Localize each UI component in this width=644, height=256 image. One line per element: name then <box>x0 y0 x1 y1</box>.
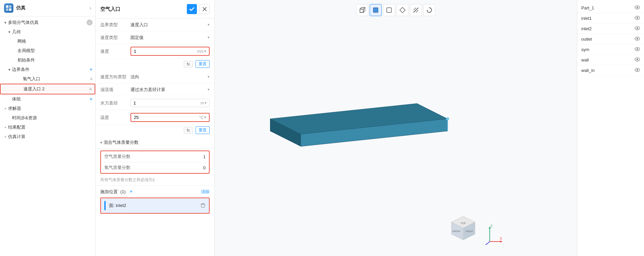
air-mass-label: 空气质量分数 <box>104 154 203 160</box>
velocity-dir-select[interactable]: 法向 ▾ <box>130 74 210 80</box>
add-icon-body-group[interactable]: + <box>90 96 93 102</box>
apply-location-header: 施加位置 (1) + 清除 <box>100 188 210 195</box>
tree-item-results-config[interactable]: + 结果配置 <box>0 123 95 132</box>
apply-clear-button[interactable]: 清除 <box>201 189 210 195</box>
tree-item-multi-fluid[interactable]: ▼ 多组分气体仿真 i <box>0 18 95 27</box>
svg-rect-17 <box>387 8 391 12</box>
velocity-type-select[interactable]: 固定值 ▾ <box>130 35 210 41</box>
view-cube-button[interactable] <box>356 4 368 16</box>
tree-item-time-resources[interactable]: 时间步&资源 <box>0 113 95 123</box>
visibility-icon-wall[interactable] <box>635 57 640 62</box>
tree-item-sim-calc[interactable]: + 仿真计算 <box>0 132 95 141</box>
fx-row-2: fx 重置 <box>96 125 214 137</box>
tree-label-mesh: 网格 <box>17 38 93 44</box>
tree-item-solver[interactable]: + 求解器 <box>0 104 95 113</box>
air-mass-value[interactable]: 1 <box>203 154 206 159</box>
temperature-input-value[interactable]: 25 <box>134 115 198 120</box>
svg-text:TOP: TOP <box>461 222 466 225</box>
clip-button[interactable] <box>410 4 422 16</box>
tree-item-velocity-inlet-2[interactable]: 速度入口 2 ≡ <box>0 84 95 94</box>
velocity-type-label: 速度类型 <box>100 35 130 41</box>
right-layer-panel: Part_1 inlet1 inlet2 outlet sym <box>577 0 644 256</box>
sidebar-title: 仿真 <box>16 5 87 11</box>
close-button[interactable] <box>200 4 210 14</box>
svg-text:X: X <box>500 237 502 241</box>
velocity-type-row: 速度类型 固定值 ▾ <box>96 31 214 44</box>
boundary-type-label: 边界类型 <box>100 22 130 28</box>
hydraulic-dia-input[interactable]: 1 m ▾ <box>130 99 210 107</box>
hydrogen-mass-value[interactable]: 0 <box>203 165 206 170</box>
tree-item-initial-conditions[interactable]: 初始条件 <box>0 55 95 65</box>
confirm-button[interactable] <box>187 4 197 14</box>
air-mass-row: 空气质量分数 1 <box>101 151 209 162</box>
tree-label-results-config: 结果配置 <box>8 124 93 130</box>
3d-viewport[interactable]: TOP FRONT RIGHT Z X Y <box>215 0 577 256</box>
tree-item-mesh[interactable]: 网格 <box>0 37 95 46</box>
wireframe-button[interactable] <box>383 4 395 16</box>
fx-button-1[interactable]: fx <box>184 61 193 68</box>
visibility-icon-outlet[interactable] <box>635 36 640 42</box>
svg-point-44 <box>637 7 638 8</box>
panel-title: 空气入口 <box>100 6 184 12</box>
solid-shaded-button[interactable] <box>370 4 382 16</box>
fx-button-2[interactable]: fx <box>184 127 193 134</box>
tree-item-hydrogen-inlet[interactable]: 氢气入口 ≡ <box>0 74 95 84</box>
reset-view-button[interactable] <box>423 4 435 16</box>
tree-label-time-resources: 时间步&资源 <box>12 115 93 121</box>
tree-item-geometry[interactable]: ▼ 几何 <box>0 27 95 37</box>
apply-item-name: 面: inlet2 <box>109 203 200 209</box>
reset-button-1[interactable]: 重置 <box>196 60 210 68</box>
expand-icon-velocity-inlet-2 <box>18 86 23 92</box>
layer-item-sym: sym <box>577 44 644 55</box>
menu-icon-velocity-inlet-2[interactable]: ≡ <box>89 86 92 92</box>
visibility-icon-part1[interactable] <box>635 5 640 10</box>
layer-item-inlet2: inlet2 <box>577 24 644 34</box>
tree-item-boundary-conditions[interactable]: ▼ 边界条件 + <box>0 65 95 74</box>
3d-shape-svg <box>255 74 463 182</box>
temperature-input-container: 25 °C ▾ <box>130 113 210 122</box>
hydraulic-dia-value: 1 <box>133 100 199 105</box>
svg-rect-2 <box>6 8 8 11</box>
mass-fraction-section-title[interactable]: ▾ 混合气体质量分数 <box>96 137 214 148</box>
visibility-icon-wall-in[interactable] <box>635 68 640 73</box>
boundary-type-select[interactable]: 速度入口 ▾ <box>130 22 210 28</box>
surface-button[interactable] <box>396 4 409 16</box>
apply-item-inlet2: 面: inlet2 <box>100 198 210 214</box>
menu-icon-hydrogen-inlet[interactable]: ≡ <box>90 76 93 82</box>
svg-rect-6 <box>201 204 205 207</box>
temperature-label: 温度 <box>100 115 130 121</box>
tree-item-body-group[interactable]: 体组 + <box>0 94 95 104</box>
properties-panel: 空气入口 边界类型 速度入口 ▾ 速度类型 固定值 ▾ 速度 <box>96 0 215 256</box>
apply-add-icon[interactable]: + <box>129 188 132 194</box>
svg-rect-0 <box>6 5 8 8</box>
apply-item-delete-button[interactable] <box>200 203 206 209</box>
svg-text:RIGHT: RIGHT <box>466 230 474 232</box>
orientation-cube: TOP FRONT RIGHT Z X Y <box>448 215 503 246</box>
add-icon-boundary-conditions[interactable]: + <box>90 67 93 73</box>
velocity-input-value[interactable]: 1 <box>134 49 196 54</box>
visibility-icon-sym[interactable] <box>635 47 640 52</box>
left-sidebar: 仿真 › ▼ 多组分气体仿真 i ▼ 几何 网格 全局模型 初始条件 <box>0 0 96 256</box>
velocity-dir-row: 速度方向类型 法向 ▾ <box>96 71 214 83</box>
apply-item-indicator <box>104 201 106 210</box>
turbulence-select[interactable]: 通过水力直径计算 ▾ <box>130 87 210 93</box>
expand-icon-mesh <box>12 39 17 44</box>
layer-name-part1: Part_1 <box>581 5 635 10</box>
boundary-type-chevron: ▾ <box>208 23 210 27</box>
velocity-type-value: 固定值 <box>130 35 144 41</box>
visibility-icon-inlet2[interactable] <box>635 26 640 31</box>
tree-label-sim-calc: 仿真计算 <box>8 134 93 140</box>
sidebar-collapse-button[interactable]: › <box>90 5 91 11</box>
mass-fraction-toggle-icon: ▾ <box>100 140 102 145</box>
apply-location-title: 施加位置 (1) + <box>100 188 132 195</box>
tree-label-global-model: 全局模型 <box>17 48 93 54</box>
3d-shape-area <box>255 27 463 229</box>
tree-item-global-model[interactable]: 全局模型 <box>0 46 95 55</box>
reset-button-2[interactable]: 重置 <box>196 126 210 134</box>
svg-line-19 <box>414 8 418 12</box>
layer-item-wall-in: wall_in <box>577 65 644 76</box>
layer-item-inlet1: inlet1 <box>577 13 644 24</box>
info-icon-multi-fluid: i <box>87 19 93 26</box>
velocity-dir-value: 法向 <box>130 74 139 80</box>
visibility-icon-inlet1[interactable] <box>635 15 640 21</box>
